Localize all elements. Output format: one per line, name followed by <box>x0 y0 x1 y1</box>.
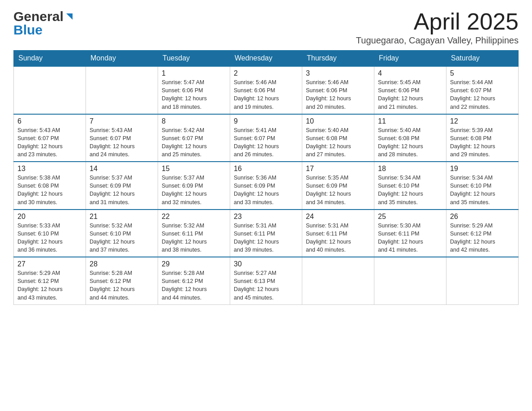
calendar-cell: 27Sunrise: 5:29 AM Sunset: 6:12 PM Dayli… <box>14 257 86 304</box>
day-info: Sunrise: 5:46 AM Sunset: 6:06 PM Dayligh… <box>306 78 370 111</box>
calendar-cell <box>86 66 158 114</box>
day-number: 12 <box>450 117 515 125</box>
day-number: 13 <box>17 165 82 173</box>
day-number: 17 <box>306 165 370 173</box>
day-number: 22 <box>162 213 226 221</box>
day-number: 10 <box>306 117 370 125</box>
day-info: Sunrise: 5:40 AM Sunset: 6:08 PM Dayligh… <box>306 126 370 159</box>
day-info: Sunrise: 5:46 AM Sunset: 6:06 PM Dayligh… <box>234 78 298 111</box>
calendar-cell: 20Sunrise: 5:33 AM Sunset: 6:10 PM Dayli… <box>14 210 86 257</box>
day-number: 1 <box>162 69 226 77</box>
day-number: 27 <box>17 260 82 268</box>
day-info: Sunrise: 5:41 AM Sunset: 6:07 PM Dayligh… <box>234 126 298 159</box>
calendar-cell: 17Sunrise: 5:35 AM Sunset: 6:09 PM Dayli… <box>302 162 374 210</box>
day-info: Sunrise: 5:31 AM Sunset: 6:11 PM Dayligh… <box>306 222 370 254</box>
calendar-cell: 11Sunrise: 5:40 AM Sunset: 6:08 PM Dayli… <box>374 114 446 162</box>
day-info: Sunrise: 5:47 AM Sunset: 6:06 PM Dayligh… <box>162 78 226 111</box>
calendar-cell <box>302 257 374 304</box>
calendar-cell: 28Sunrise: 5:28 AM Sunset: 6:12 PM Dayli… <box>86 257 158 304</box>
day-number: 30 <box>234 260 298 268</box>
calendar-cell: 21Sunrise: 5:32 AM Sunset: 6:10 PM Dayli… <box>86 210 158 257</box>
day-number: 24 <box>306 213 370 221</box>
calendar-cell: 8Sunrise: 5:42 AM Sunset: 6:07 PM Daylig… <box>158 114 230 162</box>
calendar-cell: 6Sunrise: 5:43 AM Sunset: 6:07 PM Daylig… <box>14 114 86 162</box>
calendar-cell <box>446 257 519 304</box>
calendar-cell: 30Sunrise: 5:27 AM Sunset: 6:13 PM Dayli… <box>230 257 302 304</box>
day-info: Sunrise: 5:43 AM Sunset: 6:07 PM Dayligh… <box>17 126 82 159</box>
day-info: Sunrise: 5:37 AM Sunset: 6:09 PM Dayligh… <box>162 174 226 206</box>
day-number: 6 <box>17 117 82 125</box>
week-row-1: 1Sunrise: 5:47 AM Sunset: 6:06 PM Daylig… <box>14 66 519 114</box>
day-info: Sunrise: 5:33 AM Sunset: 6:10 PM Dayligh… <box>17 222 82 254</box>
weekday-header-saturday: Saturday <box>446 51 519 67</box>
week-row-4: 20Sunrise: 5:33 AM Sunset: 6:10 PM Dayli… <box>14 210 519 257</box>
calendar-cell: 23Sunrise: 5:31 AM Sunset: 6:11 PM Dayli… <box>230 210 302 257</box>
calendar-cell: 29Sunrise: 5:28 AM Sunset: 6:12 PM Dayli… <box>158 257 230 304</box>
weekday-header-friday: Friday <box>374 51 446 67</box>
weekday-header-monday: Monday <box>86 51 158 67</box>
day-info: Sunrise: 5:36 AM Sunset: 6:09 PM Dayligh… <box>234 174 298 206</box>
logo-blue: Blue <box>13 22 43 38</box>
day-number: 8 <box>162 117 226 125</box>
day-info: Sunrise: 5:34 AM Sunset: 6:10 PM Dayligh… <box>450 174 515 206</box>
calendar-cell: 25Sunrise: 5:30 AM Sunset: 6:11 PM Dayli… <box>374 210 446 257</box>
day-number: 15 <box>162 165 226 173</box>
day-number: 19 <box>450 165 515 173</box>
calendar-cell: 14Sunrise: 5:37 AM Sunset: 6:09 PM Dayli… <box>86 162 158 210</box>
logo-triangle-icon <box>64 12 74 21</box>
calendar-cell: 5Sunrise: 5:44 AM Sunset: 6:07 PM Daylig… <box>446 66 519 114</box>
calendar-cell: 13Sunrise: 5:38 AM Sunset: 6:08 PM Dayli… <box>14 162 86 210</box>
logo: General Blue <box>13 9 74 38</box>
calendar-cell: 12Sunrise: 5:39 AM Sunset: 6:08 PM Dayli… <box>446 114 519 162</box>
day-info: Sunrise: 5:32 AM Sunset: 6:11 PM Dayligh… <box>162 222 226 254</box>
calendar-cell: 2Sunrise: 5:46 AM Sunset: 6:06 PM Daylig… <box>230 66 302 114</box>
location-subtitle: Tuguegarao, Cagayan Valley, Philippines <box>356 35 519 46</box>
day-number: 25 <box>378 213 442 221</box>
day-info: Sunrise: 5:34 AM Sunset: 6:10 PM Dayligh… <box>378 174 442 206</box>
calendar-cell: 15Sunrise: 5:37 AM Sunset: 6:09 PM Dayli… <box>158 162 230 210</box>
page-header: General Blue April 2025 Tuguegarao, Caga… <box>13 9 519 46</box>
day-info: Sunrise: 5:28 AM Sunset: 6:12 PM Dayligh… <box>162 269 226 302</box>
day-number: 5 <box>450 69 515 77</box>
weekday-header-wednesday: Wednesday <box>230 51 302 67</box>
day-info: Sunrise: 5:43 AM Sunset: 6:07 PM Dayligh… <box>90 126 154 159</box>
calendar-cell: 22Sunrise: 5:32 AM Sunset: 6:11 PM Dayli… <box>158 210 230 257</box>
calendar-cell: 24Sunrise: 5:31 AM Sunset: 6:11 PM Dayli… <box>302 210 374 257</box>
day-info: Sunrise: 5:40 AM Sunset: 6:08 PM Dayligh… <box>378 126 442 159</box>
day-number: 20 <box>17 213 82 221</box>
day-number: 3 <box>306 69 370 77</box>
day-number: 21 <box>90 213 154 221</box>
calendar-cell: 3Sunrise: 5:46 AM Sunset: 6:06 PM Daylig… <box>302 66 374 114</box>
weekday-header-tuesday: Tuesday <box>158 51 230 67</box>
day-number: 18 <box>378 165 442 173</box>
weekday-header-row: SundayMondayTuesdayWednesdayThursdayFrid… <box>14 51 519 67</box>
day-number: 29 <box>162 260 226 268</box>
day-number: 16 <box>234 165 298 173</box>
day-info: Sunrise: 5:29 AM Sunset: 6:12 PM Dayligh… <box>17 269 82 302</box>
day-number: 2 <box>234 69 298 77</box>
day-info: Sunrise: 5:39 AM Sunset: 6:08 PM Dayligh… <box>450 126 515 159</box>
calendar-table: SundayMondayTuesdayWednesdayThursdayFrid… <box>13 50 519 305</box>
calendar-cell: 10Sunrise: 5:40 AM Sunset: 6:08 PM Dayli… <box>302 114 374 162</box>
weekday-header-sunday: Sunday <box>14 51 86 67</box>
day-number: 9 <box>234 117 298 125</box>
day-info: Sunrise: 5:31 AM Sunset: 6:11 PM Dayligh… <box>234 222 298 254</box>
calendar-cell: 16Sunrise: 5:36 AM Sunset: 6:09 PM Dayli… <box>230 162 302 210</box>
week-row-5: 27Sunrise: 5:29 AM Sunset: 6:12 PM Dayli… <box>14 257 519 304</box>
day-info: Sunrise: 5:32 AM Sunset: 6:10 PM Dayligh… <box>90 222 154 254</box>
day-info: Sunrise: 5:29 AM Sunset: 6:12 PM Dayligh… <box>450 222 515 254</box>
calendar-cell: 7Sunrise: 5:43 AM Sunset: 6:07 PM Daylig… <box>86 114 158 162</box>
calendar-cell: 26Sunrise: 5:29 AM Sunset: 6:12 PM Dayli… <box>446 210 519 257</box>
logo-general: General <box>13 9 64 24</box>
day-info: Sunrise: 5:27 AM Sunset: 6:13 PM Dayligh… <box>234 269 298 302</box>
calendar-cell: 9Sunrise: 5:41 AM Sunset: 6:07 PM Daylig… <box>230 114 302 162</box>
title-block: April 2025 Tuguegarao, Cagayan Valley, P… <box>356 9 519 46</box>
day-number: 4 <box>378 69 442 77</box>
calendar-cell <box>374 257 446 304</box>
day-number: 26 <box>450 213 515 221</box>
day-info: Sunrise: 5:38 AM Sunset: 6:08 PM Dayligh… <box>17 174 82 206</box>
weekday-header-thursday: Thursday <box>302 51 374 67</box>
svg-marker-0 <box>66 13 73 20</box>
day-info: Sunrise: 5:28 AM Sunset: 6:12 PM Dayligh… <box>90 269 154 302</box>
day-info: Sunrise: 5:42 AM Sunset: 6:07 PM Dayligh… <box>162 126 226 159</box>
